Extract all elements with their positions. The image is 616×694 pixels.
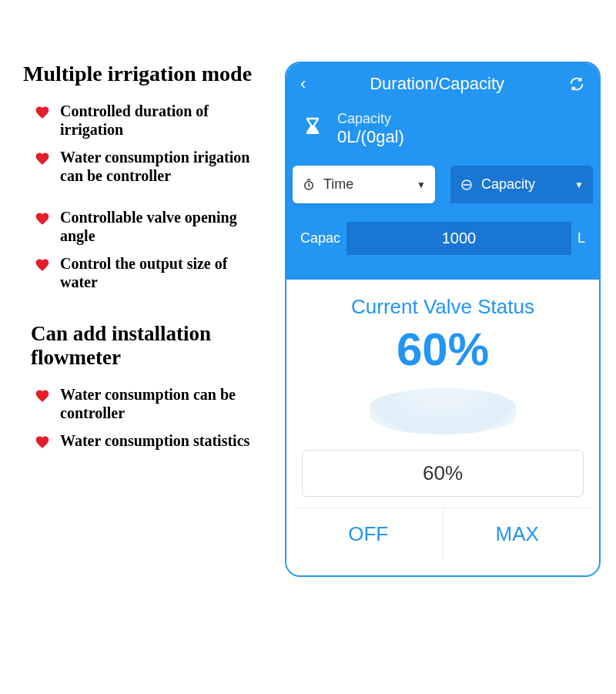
- bullet-list-1: Controlled duration of irrigation Water …: [23, 102, 262, 291]
- bullet-text: Controlled duration of irrigation: [60, 102, 262, 139]
- tab-label: Capacity: [481, 176, 567, 193]
- refresh-icon[interactable]: [568, 75, 585, 92]
- tab-time[interactable]: Time ▼: [293, 166, 435, 203]
- heart-icon: [34, 211, 51, 230]
- valve-dial-icon: [370, 388, 516, 434]
- off-button[interactable]: OFF: [294, 508, 444, 560]
- section-title-2: Can add installation flowmeter: [23, 322, 262, 370]
- bullet-item: Controllable valve opening angle: [23, 208, 262, 245]
- bullet-text: Water consumption statistics: [60, 431, 249, 450]
- heart-icon: [34, 151, 51, 169]
- capacity-icon: [460, 178, 474, 192]
- input-label: Capac: [300, 230, 340, 246]
- tab-capacity[interactable]: Capacity ▼: [450, 166, 593, 203]
- input-unit: L: [578, 230, 585, 246]
- slider-value[interactable]: 60%: [302, 450, 584, 497]
- tab-label: Time: [323, 176, 409, 193]
- capacity-input-row: Capac L: [286, 203, 599, 280]
- bullet-item: Control the output size of water: [23, 254, 262, 291]
- phone-header: ‹ Duration/Capacity: [286, 63, 599, 105]
- capacity-row: Capacity 0L/(0gal): [286, 105, 599, 161]
- clock-icon: [302, 178, 316, 192]
- off-max-row: OFF MAX: [294, 508, 591, 560]
- bullet-text: Controllable valve opening angle: [60, 208, 262, 245]
- section-title-1: Multiple irrigation mode: [23, 62, 262, 86]
- bullet-item: Water consumption can be controller: [23, 385, 262, 422]
- bullet-item: Controlled duration of irrigation: [23, 102, 262, 139]
- bullet-text: Control the output size of water: [60, 254, 262, 291]
- capacity-info: Capacity 0L/(0gal): [337, 111, 404, 147]
- heart-icon: [34, 388, 51, 407]
- capacity-label: Capacity: [337, 111, 404, 127]
- header-title: Duration/Capacity: [370, 74, 504, 94]
- valve-section: Current Valve Status 60% 60% OFF MAX: [286, 280, 599, 575]
- bullet-list-2: Water consumption can be controller Wate…: [23, 385, 262, 453]
- max-button[interactable]: MAX: [444, 508, 592, 560]
- left-column: Multiple irrigation mode Controlled dura…: [23, 62, 270, 577]
- heart-icon: [34, 434, 51, 453]
- bullet-text: Water consumption irigation can be contr…: [60, 148, 262, 185]
- caret-down-icon: ▼: [417, 179, 426, 190]
- bullet-item: Water consumption statistics: [23, 431, 262, 453]
- capacity-value: 0L/(0gal): [337, 127, 404, 147]
- heart-icon: [34, 105, 51, 123]
- back-icon[interactable]: ‹: [300, 74, 306, 94]
- bullet-item: Water consumption irigation can be contr…: [23, 148, 262, 185]
- hourglass-icon: [300, 114, 325, 145]
- capacity-input[interactable]: [346, 222, 571, 255]
- tabs-row: Time ▼ Capacity ▼: [286, 161, 599, 203]
- valve-title: Current Valve Status: [294, 295, 591, 319]
- phone-screen: ‹ Duration/Capacity Capacity 0L/(0gal) T…: [285, 62, 601, 577]
- valve-percent: 60%: [294, 327, 591, 373]
- caret-down-icon: ▼: [574, 179, 584, 190]
- bullet-text: Water consumption can be controller: [60, 385, 262, 422]
- heart-icon: [34, 257, 51, 276]
